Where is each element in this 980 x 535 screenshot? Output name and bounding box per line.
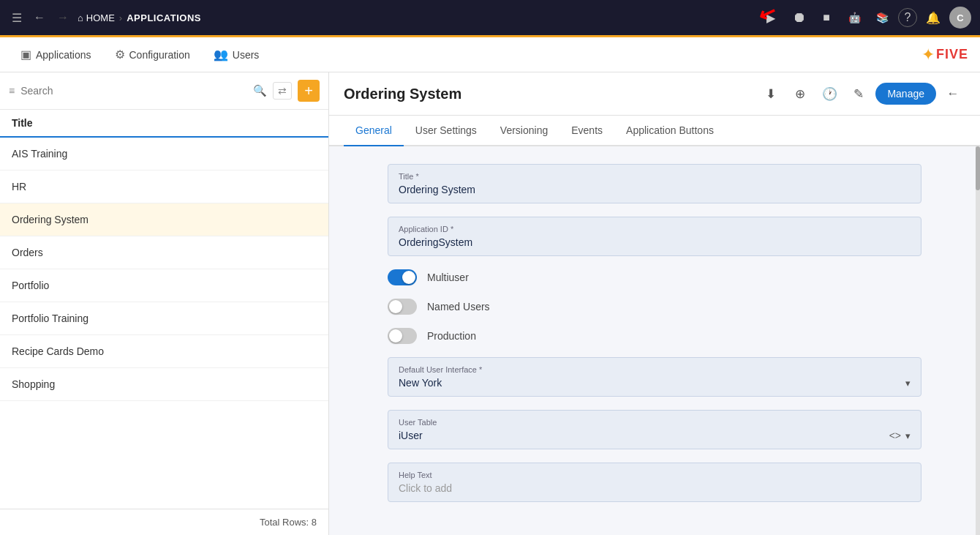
list-item-ais-training[interactable]: AIS Training [0,138,328,171]
filter-icon[interactable]: ≡ [9,85,15,97]
tabs-bar: General User Settings Versioning Events … [329,116,980,146]
toggle-knob-3 [389,329,402,343]
toggle-knob-2 [389,300,402,313]
list-item-hr[interactable]: HR [0,171,328,203]
multiuser-toggle[interactable] [388,269,417,285]
top-bar: ☰ ← → ⌂ HOME › APPLICATIONS ↙ ▶ ⏺ ■ 🤖 📚 … [0,0,980,35]
app-id-input[interactable]: Application ID * OrderingSystem [388,217,921,256]
title-input[interactable]: Title * Ordering System [388,164,921,203]
help-text-label: Help Text [399,471,911,479]
toggle-knob [402,271,415,284]
tab-general[interactable]: General [344,116,404,146]
back-button[interactable]: ← [941,81,965,106]
user-table-field: User Table iUser <> ▾ [388,410,921,449]
chevron-down-icon-2: ▾ [905,430,911,441]
tab-versioning[interactable]: Versioning [489,116,559,146]
content-wrapper: Title * Ordering System Application ID *… [329,146,980,535]
home-nav-btn[interactable]: ⌂ HOME [78,12,115,23]
download-icon[interactable]: ⬇ [758,81,783,106]
nav-applications[interactable]: ▣ Applications [12,42,100,67]
default-ui-label: Default User Interface * [399,365,911,374]
books-icon[interactable]: 📚 [870,6,894,29]
record-icon[interactable]: ⏺ [787,6,810,29]
production-toggle[interactable] [388,328,417,344]
search-input[interactable] [20,85,247,97]
multiuser-row: Multiuser [388,269,921,285]
logo-star-icon: ✦ [921,45,935,64]
configuration-icon: ⚙ [115,48,125,61]
back-icon[interactable]: ← [31,8,48,27]
sidebar: ≡ 🔍 ⇄ + Title AIS Training HR Ordering S… [0,72,329,535]
sidebar-list: AIS Training HR Ordering System Orders P… [0,138,328,509]
logo: ✦ FIVE [921,45,968,64]
manage-button[interactable]: Manage [875,83,936,105]
export-icon[interactable]: ⊕ [788,81,813,106]
list-item-shopping[interactable]: Shopping [0,368,328,401]
list-item-ordering-system[interactable]: Ordering System [0,203,328,236]
refresh-icon[interactable]: ⇄ [273,82,292,100]
list-item-recipe-cards-demo[interactable]: Recipe Cards Demo [0,335,328,368]
search-icon[interactable]: 🔍 [253,84,267,97]
app-id-label: Application ID * [399,225,911,233]
header-actions: ⬇ ⊕ 🕐 ✎ Manage ← [758,81,965,106]
history-icon[interactable]: 🕐 [817,81,842,106]
sidebar-search-bar: ≡ 🔍 ⇄ + [0,72,328,110]
default-ui-value: New York [399,377,442,389]
title-value: Ordering System [399,184,911,195]
tab-application-buttons[interactable]: Application Buttons [614,116,725,146]
title-field: Title * Ordering System [388,164,921,203]
named-users-label: Named Users [427,301,490,313]
breadcrumb-current: APPLICATIONS [127,12,201,23]
stop-icon[interactable]: ■ [815,6,838,29]
help-text-field: Help Text Click to add [388,463,921,502]
forward-icon[interactable]: → [54,8,72,27]
menu-icon[interactable]: ☰ [9,8,25,28]
top-bar-left: ☰ ← → ⌂ HOME › APPLICATIONS [9,8,753,28]
list-item-portfolio-training[interactable]: Portfolio Training [0,302,328,335]
tab-events[interactable]: Events [559,116,614,146]
code-icon[interactable]: <> [889,430,901,441]
app-id-field: Application ID * OrderingSystem [388,217,921,256]
default-ui-select[interactable]: Default User Interface * New York ▾ [388,357,921,397]
help-text-input[interactable]: Help Text Click to add [388,463,921,502]
nav-users[interactable]: 👥 Users [205,42,268,67]
tab-user-settings[interactable]: User Settings [404,116,489,146]
sidebar-column-header: Title [0,110,328,138]
sidebar-footer: Total Rows: 8 [0,509,328,535]
content-header: Ordering System ⬇ ⊕ 🕐 ✎ Manage ← [329,72,980,116]
nav-configuration[interactable]: ⚙ Configuration [106,42,199,67]
top-bar-right: ▶ ⏺ ■ 🤖 📚 ? 🔔 C [759,6,971,29]
applications-icon: ▣ [20,48,31,61]
users-label: Users [233,49,260,61]
list-item-portfolio[interactable]: Portfolio [0,269,328,302]
scrollbar-track[interactable] [976,146,980,535]
user-table-select[interactable]: User Table iUser <> ▾ [388,410,921,449]
edit-icon[interactable]: ✎ [846,81,871,106]
multiuser-label: Multiuser [427,272,469,283]
list-item-orders[interactable]: Orders [0,236,328,269]
logo-text: FIVE [936,47,968,62]
help-text-placeholder: Click to add [399,482,911,494]
named-users-row: Named Users [388,299,921,315]
user-table-label: User Table [399,418,911,427]
users-icon: 👥 [214,48,228,61]
breadcrumb-separator: › [119,12,122,23]
avatar[interactable]: C [949,7,971,29]
user-table-value: iUser [399,430,423,441]
bot-icon[interactable]: 🤖 [843,6,866,29]
breadcrumb: ⌂ HOME › APPLICATIONS [78,12,201,23]
default-ui-field: Default User Interface * New York ▾ [388,357,921,397]
add-button[interactable]: + [298,80,320,102]
named-users-toggle[interactable] [388,299,417,315]
configuration-label: Configuration [129,49,190,61]
applications-label: Applications [36,49,91,61]
play-icon[interactable]: ▶ [759,6,783,29]
scrollbar-thumb[interactable] [976,146,980,190]
app-id-value: OrderingSystem [399,236,911,248]
production-label: Production [427,330,476,342]
production-row: Production [388,328,921,344]
main-layout: ≡ 🔍 ⇄ + Title AIS Training HR Ordering S… [0,72,980,535]
select-icons: <> ▾ [889,430,911,441]
help-icon[interactable]: ? [898,8,917,27]
bell-icon[interactable]: 🔔 [921,6,945,29]
